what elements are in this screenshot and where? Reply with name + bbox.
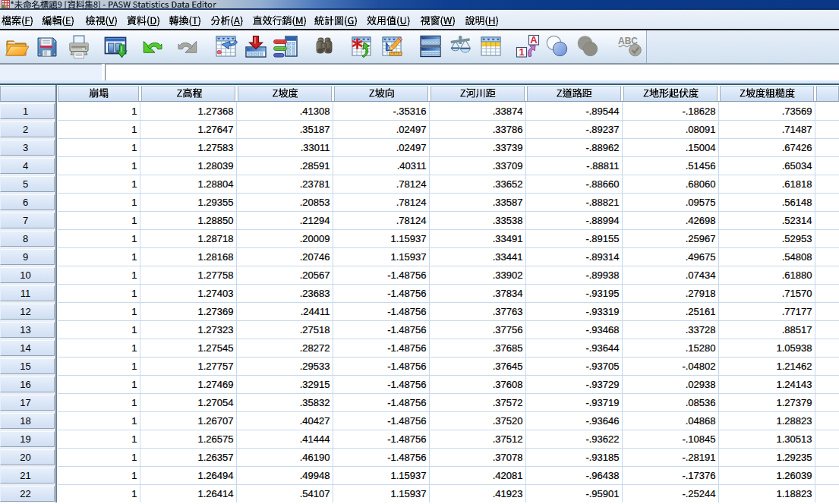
svg-text:A: A [530, 34, 538, 46]
svg-text:1: 1 [519, 46, 524, 58]
